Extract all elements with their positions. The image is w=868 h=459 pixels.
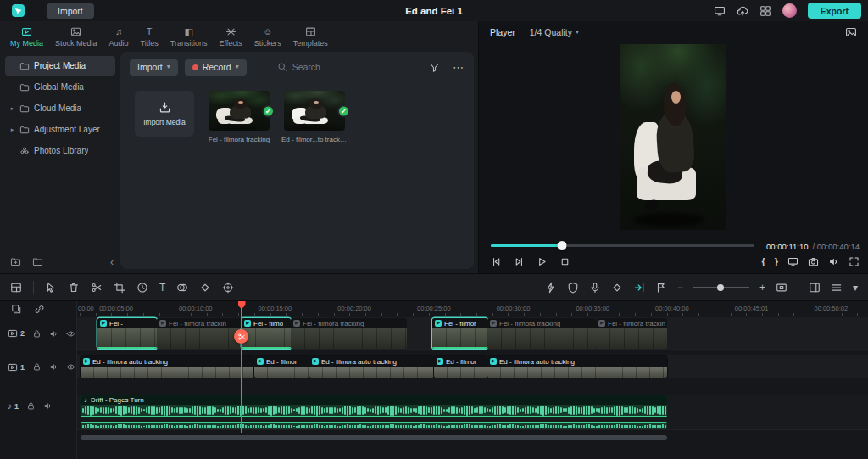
sidebar-item-project-media[interactable]: Project Media — [5, 56, 115, 76]
search-input[interactable]: Search — [277, 62, 320, 72]
preview-display-icon[interactable] — [845, 26, 857, 38]
timeline-clip-video1[interactable]: ▶Ed - filmora auto tracking — [81, 356, 254, 378]
menu-icon[interactable] — [831, 282, 843, 294]
import-media-card[interactable]: Import Media — [135, 91, 194, 137]
sidebar-item-global-media[interactable]: Global Media — [5, 77, 115, 97]
play-icon[interactable] — [537, 256, 548, 267]
stop-icon[interactable] — [559, 256, 570, 267]
sidebar-item-adjustment-layer[interactable]: ▸Adjustment Layer — [5, 120, 115, 139]
manage-tracks-icon[interactable] — [11, 304, 22, 315]
fullscreen-icon[interactable] — [849, 256, 860, 267]
hide-track-icon[interactable] — [66, 362, 75, 372]
mark-in-icon[interactable]: { — [761, 257, 765, 266]
timeline-ruler[interactable]: 00:0000:00:05:0000:00:10:0000:00:15:0000… — [76, 301, 868, 316]
link-clips-icon[interactable] — [34, 304, 45, 315]
import-dropdown-button[interactable]: Import ▾ — [130, 59, 178, 76]
mute-track-icon[interactable] — [49, 329, 58, 339]
folder-icon[interactable] — [32, 256, 43, 267]
progress-knob[interactable] — [557, 241, 566, 250]
cloud-upload-icon[interactable] — [737, 5, 748, 17]
search-icon — [277, 62, 287, 72]
lock-track-icon[interactable] — [32, 362, 42, 372]
sidebar-item-cloud-media[interactable]: ▸Cloud Media — [5, 98, 115, 118]
auto-ripple-icon[interactable] — [633, 282, 645, 294]
timeline-clip-video2[interactable]: ▶Fei - — [97, 318, 157, 349]
tab-effects[interactable]: Effects — [213, 21, 248, 52]
tab-templates[interactable]: Templates — [287, 21, 334, 52]
motion-tracking-icon[interactable] — [222, 282, 234, 294]
marker-flag-icon[interactable] — [655, 282, 667, 294]
new-folder-icon[interactable] — [10, 256, 21, 267]
record-dropdown-button[interactable]: Record ▾ — [185, 59, 247, 76]
timeline-zoom-slider[interactable] — [693, 283, 749, 292]
sidebar-item-photos-library[interactable]: Photos Library — [5, 141, 115, 160]
media-item-fei[interactable]: ✓ Fei - filmora tracking — [209, 91, 270, 143]
pointer-tool-icon[interactable] — [45, 282, 57, 294]
zoom-out-icon[interactable]: − — [677, 283, 683, 293]
panel-layout-icon[interactable] — [809, 282, 821, 294]
timeline-horizontal-scrollbar[interactable] — [81, 435, 667, 440]
zoom-in-icon[interactable]: + — [760, 283, 765, 293]
tab-titles[interactable]: TTitles — [135, 21, 164, 52]
media-item-ed[interactable]: ✓ Ed - filmor...to tracking — [284, 91, 345, 143]
toggle-media-panel-icon[interactable] — [10, 282, 22, 294]
hide-track-icon[interactable] — [66, 329, 75, 339]
tab-stickers[interactable]: ☺Stickers — [248, 21, 287, 52]
tab-audio[interactable]: ♫Audio — [103, 21, 135, 52]
next-frame-icon[interactable] — [514, 256, 525, 267]
lock-track-icon[interactable] — [26, 401, 36, 411]
split-at-playhead-icon[interactable] — [234, 329, 248, 344]
user-avatar[interactable] — [782, 3, 797, 18]
divider — [798, 281, 798, 294]
keyframe-diamond-icon[interactable] — [611, 282, 623, 294]
tab-my-media[interactable]: My Media — [4, 21, 49, 52]
zoom-knob[interactable] — [717, 284, 724, 291]
mute-track-icon[interactable] — [43, 401, 53, 411]
timeline-clip-video1[interactable]: ▶Ed - filmor — [254, 356, 309, 378]
timeline-clip-video2[interactable]: ▶Fei - filmora tracking — [291, 318, 407, 349]
playback-progress-slider[interactable] — [491, 240, 754, 251]
lock-track-icon[interactable] — [32, 329, 42, 339]
zoom-fit-icon[interactable] — [776, 282, 787, 294]
tab-transitions[interactable]: ◧Transitions — [164, 21, 214, 52]
caret-down-icon[interactable]: ▾ — [853, 283, 858, 293]
mask-shield-icon[interactable] — [567, 282, 579, 294]
timeline-clip-video2[interactable]: ▶Fei - filmo — [242, 318, 291, 349]
speed-icon[interactable] — [136, 282, 148, 294]
previous-frame-icon[interactable] — [491, 256, 502, 267]
timeline-clip-video1[interactable]: ▶Ed - filmora auto tracking — [309, 356, 434, 378]
tab-stock-media[interactable]: Stock Media — [49, 21, 103, 52]
filter-icon[interactable] — [429, 62, 440, 73]
more-options-icon[interactable]: ⋯ — [453, 62, 465, 73]
timeline-clip-video2[interactable]: ▶Fei - filmora tracking — [596, 318, 667, 349]
timeline-clip-video1[interactable]: ▶Ed - filmor — [434, 356, 487, 378]
text-tool-icon[interactable]: T — [159, 283, 165, 293]
audio-clip[interactable]: ♪ Drift - Pages Turn — [81, 395, 667, 417]
collapse-sidebar-icon[interactable]: ‹ — [110, 257, 114, 267]
crop-icon[interactable] — [114, 282, 125, 294]
mark-out-icon[interactable]: } — [775, 257, 778, 266]
keyframe-icon[interactable] — [199, 282, 211, 294]
delete-icon[interactable] — [68, 282, 80, 294]
filmora-logo-icon[interactable] — [12, 4, 25, 17]
mask-icon[interactable] — [176, 282, 188, 294]
timeline-clip-video2[interactable]: ▶Fei - filmor — [432, 318, 487, 349]
volume-icon[interactable] — [828, 256, 839, 267]
voiceover-mic-icon[interactable] — [589, 282, 601, 294]
split-scissors-icon[interactable] — [91, 282, 103, 294]
export-button[interactable]: Export — [808, 3, 861, 19]
secondary-display-icon[interactable] — [787, 256, 798, 267]
playhead[interactable] — [241, 301, 242, 433]
audio-clip-strip[interactable] — [81, 422, 667, 429]
quality-dropdown[interactable]: 1/4 Quality ▾ — [530, 27, 579, 37]
timeline-clip-video1[interactable]: ▶Ed - filmora auto tracking — [487, 356, 667, 378]
render-preview-icon[interactable] — [545, 282, 557, 294]
titlebar-import-button[interactable]: Import — [47, 3, 94, 19]
display-icon[interactable] — [714, 5, 726, 17]
workspace-grid-icon[interactable] — [760, 5, 771, 17]
filmstrip — [432, 328, 487, 349]
timeline-clip-video2[interactable]: ▶Fei - filmora tracking — [487, 318, 596, 349]
timeline-clip-video2[interactable]: ▶Fei - filmora trackin — [157, 318, 242, 349]
mute-track-icon[interactable] — [49, 362, 58, 372]
snapshot-icon[interactable] — [808, 256, 819, 267]
